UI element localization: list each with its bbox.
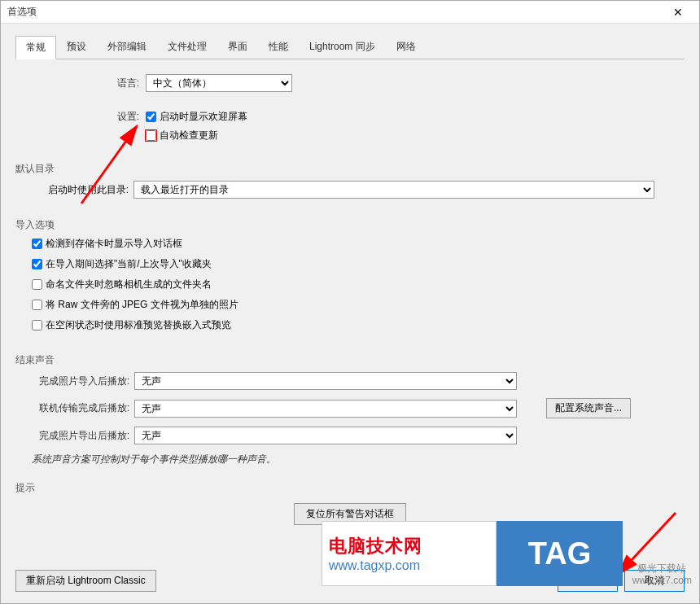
tab-performance[interactable]: 性能 (258, 35, 299, 59)
content-area: 常规 预设 外部编辑 文件处理 界面 性能 Lightroom 同步 网络 语言… (1, 24, 699, 563)
auto-update-label: 自动检查更新 (160, 129, 218, 142)
tab-lightroom-sync[interactable]: Lightroom 同步 (299, 35, 386, 59)
default-catalog-title: 默认目录 (15, 162, 685, 176)
settings-label: 设置: (15, 110, 146, 124)
prompts-section: 提示 复位所有警告对话框 (15, 481, 685, 525)
auto-update-checkbox[interactable] (146, 130, 156, 141)
tab-network[interactable]: 网络 (386, 35, 427, 59)
tether-sound-label: 联机传输完成后播放: (32, 401, 129, 415)
sound-note: 系统声音方案可控制对于每个事件类型播放哪一种声音。 (32, 453, 685, 466)
import-opt3-checkbox[interactable] (32, 279, 42, 290)
auto-update-row: 自动检查更新 (15, 129, 685, 142)
cancel-button[interactable]: 取消 (624, 570, 685, 592)
tab-external-editing[interactable]: 外部编辑 (97, 35, 157, 59)
language-row: 语言: 中文（简体） (15, 74, 685, 92)
ok-button[interactable]: 确定 (558, 570, 618, 592)
restart-button[interactable]: 重新启动 Lightroom Classic (15, 570, 156, 592)
language-label: 语言: (15, 77, 146, 90)
tab-interface[interactable]: 界面 (217, 35, 258, 59)
import-opt3[interactable]: 命名文件夹时忽略相机生成的文件夹名 (32, 278, 685, 291)
prompts-title: 提示 (15, 481, 685, 495)
settings-row: 设置: 启动时显示欢迎屏幕 (15, 110, 685, 124)
reset-warnings-button[interactable]: 复位所有警告对话框 (294, 503, 406, 525)
completion-sounds-section: 结束声音 完成照片导入后播放: 无声 联机传输完成后播放: 无声 配置系统声音.… (15, 353, 685, 466)
tether-sound-row: 联机传输完成后播放: 无声 配置系统声音... (32, 398, 685, 418)
default-catalog-select[interactable]: 载入最近打开的目录 (133, 181, 654, 199)
tab-general[interactable]: 常规 (15, 36, 56, 59)
import-options-title: 导入选项 (15, 218, 685, 232)
import-sound-select[interactable]: 无声 (134, 372, 517, 390)
tab-bar: 常规 预设 外部编辑 文件处理 界面 性能 Lightroom 同步 网络 (15, 35, 685, 59)
import-opt1-checkbox[interactable] (32, 239, 42, 249)
import-opt2-checkbox[interactable] (32, 259, 42, 269)
tab-presets[interactable]: 预设 (56, 35, 97, 59)
default-catalog-label: 启动时使用此目录: (32, 183, 133, 197)
preferences-dialog: 首选项 ✕ 常规 预设 外部编辑 文件处理 界面 性能 Lightroom 同步… (0, 0, 700, 604)
export-sound-label: 完成照片导出后播放: (32, 429, 129, 443)
import-options-section: 导入选项 检测到存储卡时显示导入对话框 在导入期间选择"当前/上次导入"收藏夹 … (15, 218, 685, 339)
language-select[interactable]: 中文（简体） (146, 74, 292, 92)
bottom-bar: 重新启动 Lightroom Classic 确定 取消 (1, 563, 699, 603)
export-sound-row: 完成照片导出后播放: 无声 (32, 427, 685, 444)
show-splash-label: 启动时显示欢迎屏幕 (160, 110, 247, 124)
tab-file-handling[interactable]: 文件处理 (157, 35, 217, 59)
show-splash-row[interactable]: 启动时显示欢迎屏幕 (146, 110, 247, 124)
tether-sound-select[interactable]: 无声 (134, 400, 517, 418)
import-opt2[interactable]: 在导入期间选择"当前/上次导入"收藏夹 (32, 257, 685, 271)
import-opt4-checkbox[interactable] (32, 300, 42, 310)
import-opt4[interactable]: 将 Raw 文件旁的 JPEG 文件视为单独的照片 (32, 298, 685, 312)
export-sound-select[interactable]: 无声 (134, 427, 517, 444)
import-opt5-checkbox[interactable] (32, 320, 42, 330)
import-opt1[interactable]: 检测到存储卡时显示导入对话框 (32, 237, 685, 251)
titlebar: 首选项 ✕ (1, 1, 699, 24)
import-opt5[interactable]: 在空闲状态时使用标准预览替换嵌入式预览 (32, 318, 685, 332)
default-catalog-section: 默认目录 启动时使用此目录: 载入最近打开的目录 (15, 162, 685, 204)
import-sound-row: 完成照片导入后播放: 无声 (32, 372, 685, 390)
configure-system-sound-button[interactable]: 配置系统声音... (546, 398, 631, 418)
import-sound-label: 完成照片导入后播放: (32, 374, 129, 388)
show-splash-checkbox[interactable] (146, 112, 156, 122)
dialog-title: 首选项 (7, 5, 663, 19)
completion-sounds-title: 结束声音 (15, 353, 685, 367)
default-catalog-row: 启动时使用此目录: 载入最近打开的目录 (32, 181, 685, 199)
close-icon[interactable]: ✕ (663, 4, 693, 20)
auto-update-option[interactable]: 自动检查更新 (146, 129, 218, 142)
